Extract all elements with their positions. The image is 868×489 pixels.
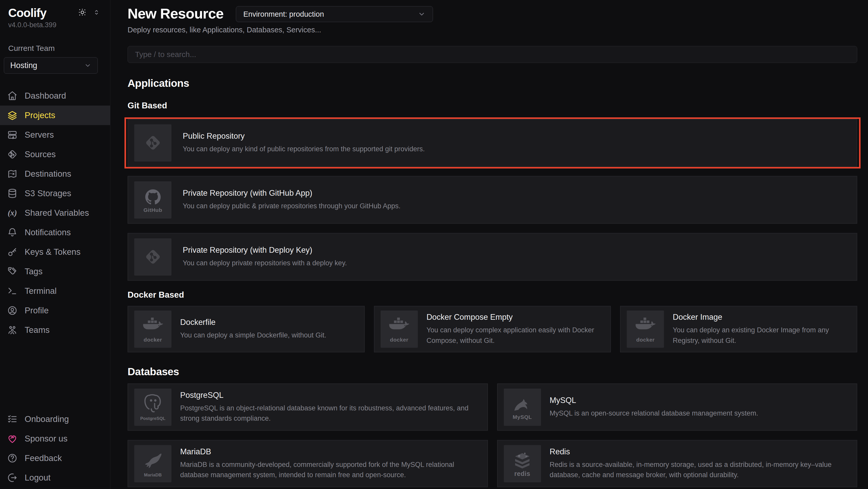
card-title: Private Repository (with Deploy Key) (183, 246, 347, 255)
sidebar-item-label: Sponsor us (25, 434, 67, 443)
environment-select[interactable]: Environment: production (236, 6, 433, 22)
sidebar-item-destinations[interactable]: Destinations (0, 164, 110, 184)
main-content: New Resource Environment: production Dep… (111, 0, 868, 489)
sidebar-item-label: Notifications (25, 228, 71, 237)
card-postgresql[interactable]: PostgreSQL PostgreSQL PostgreSQL is an o… (128, 383, 488, 431)
git-logo-icon (134, 124, 172, 162)
card-title: Private Repository (with GitHub App) (183, 189, 401, 198)
card-docker-image[interactable]: docker Docker Image You can deploy an ex… (620, 306, 857, 352)
postgresql-logo-icon: PostgreSQL (134, 389, 172, 426)
card-private-repository-deploy-key[interactable]: Private Repository (with Deploy Key) You… (128, 233, 857, 281)
sidebar-item-label: Destinations (25, 169, 71, 179)
card-mysql[interactable]: MySQL MySQL MySQL is an open-source rela… (497, 383, 858, 431)
team-select[interactable]: Hosting (4, 57, 98, 74)
card-docker-compose-empty[interactable]: docker Docker Compose Empty You can depl… (374, 306, 611, 352)
mysql-logo-icon: MySQL (504, 389, 541, 426)
checklist-icon (7, 414, 18, 424)
sidebar-item-label: Logout (25, 473, 51, 483)
card-description: PostgreSQL is an object-relational datab… (180, 403, 481, 424)
sidebar-item-logout[interactable]: Logout (0, 468, 110, 487)
card-mariadb[interactable]: MariaDB MariaDB MariaDB is a community-d… (128, 440, 488, 487)
sidebar-item-label: Tags (25, 266, 42, 276)
redis-logo-text: redis (514, 470, 530, 477)
sidebar-item-label: S3 Storages (25, 189, 71, 198)
card-title: PostgreSQL (180, 391, 481, 400)
docker-logo-icon: docker (381, 311, 418, 348)
docker-logo-text: docker (144, 337, 162, 343)
card-description: You can deploy any kind of public reposi… (183, 144, 425, 154)
card-title: MariaDB (180, 447, 481, 456)
databases-heading: Databases (128, 366, 857, 378)
key-icon (7, 247, 18, 257)
card-dockerfile[interactable]: docker Dockerfile You can deploy a simpl… (128, 306, 365, 352)
sidebar-item-label: Shared Variables (25, 208, 89, 218)
bell-icon (7, 227, 18, 237)
version-label: v4.0.0-beta.399 (8, 21, 110, 29)
card-description: You can deploy complex application easil… (427, 325, 604, 346)
variable-icon: (x) (7, 208, 18, 218)
mysql-logo-text: MySQL (513, 414, 532, 420)
sidebar-item-sources[interactable]: Sources (0, 145, 110, 164)
search-input[interactable] (128, 46, 857, 63)
tags-icon (7, 266, 18, 277)
sidebar-item-label: Projects (25, 110, 55, 120)
sidebar-item-label: Feedback (25, 453, 62, 463)
sidebar-item-label: Servers (25, 130, 54, 140)
docker-based-heading: Docker Based (128, 290, 857, 300)
page-title: New Resource (128, 6, 223, 22)
sidebar-item-label: Onboarding (25, 414, 69, 424)
sidebar-item-s3-storages[interactable]: S3 Storages (0, 184, 110, 203)
chevron-down-icon (418, 10, 426, 18)
sidebar-item-label: Keys & Tokens (25, 247, 81, 257)
terminal-icon (7, 286, 18, 296)
server-icon (7, 130, 18, 140)
app-logo: Coolify (8, 6, 46, 20)
user-circle-icon (7, 305, 18, 316)
sidebar-item-projects[interactable]: Projects (0, 106, 110, 125)
sidebar-item-shared-variables[interactable]: (x) Shared Variables (0, 203, 110, 223)
card-title: MySQL (550, 396, 758, 405)
card-public-repository[interactable]: Public Repository You can deploy any kin… (128, 119, 857, 167)
card-redis[interactable]: redis Redis Redis is a source-available,… (497, 440, 858, 487)
sidebar-item-servers[interactable]: Servers (0, 125, 110, 145)
heart-hands-icon (7, 434, 18, 444)
redis-logo-icon: redis (504, 445, 541, 482)
card-description: You can deploy an existing Docker Image … (673, 325, 850, 346)
environment-select-value: Environment: production (243, 10, 324, 19)
card-description: You can deploy private repositories with… (183, 258, 347, 268)
card-title: Public Repository (183, 132, 425, 141)
docker-logo-text: docker (636, 337, 655, 343)
sidebar-item-label: Dashboard (25, 91, 66, 101)
map-icon (7, 169, 18, 179)
main-nav: Dashboard Projects Servers Sources Desti… (0, 86, 110, 340)
sidebar-item-notifications[interactable]: Notifications (0, 223, 110, 242)
sidebar-item-dashboard[interactable]: Dashboard (0, 86, 110, 106)
github-logo-text: GitHub (144, 207, 162, 213)
sidebar-item-label: Terminal (25, 286, 57, 296)
database-icon (7, 188, 18, 199)
sidebar-item-onboarding[interactable]: Onboarding (0, 409, 110, 429)
git-icon (7, 149, 18, 160)
sidebar: Coolify v4.0.0-beta.399 Current Team Hos… (0, 0, 111, 489)
sidebar-item-tags[interactable]: Tags (0, 262, 110, 281)
sidebar-item-label: Teams (25, 325, 50, 335)
git-based-heading: Git Based (128, 101, 857, 110)
git-logo-icon (134, 238, 172, 276)
docker-logo-icon: docker (627, 311, 664, 348)
postgresql-logo-text: PostgreSQL (140, 415, 165, 422)
sidebar-item-terminal[interactable]: Terminal (0, 281, 110, 301)
chevrons-up-down-icon[interactable] (93, 9, 100, 16)
sidebar-item-teams[interactable]: Teams (0, 320, 110, 340)
sidebar-item-feedback[interactable]: Feedback (0, 449, 110, 468)
sidebar-item-sponsor-us[interactable]: Sponsor us (0, 429, 110, 449)
theme-toggle-sun-icon[interactable] (78, 8, 87, 17)
layers-icon (7, 110, 18, 120)
help-circle-icon (7, 453, 18, 463)
mariadb-logo-icon: MariaDB (134, 445, 172, 482)
sidebar-item-profile[interactable]: Profile (0, 301, 110, 320)
card-private-repository-github-app[interactable]: GitHub Private Repository (with GitHub A… (128, 176, 857, 224)
card-title: Dockerfile (180, 318, 326, 327)
applications-heading: Applications (128, 77, 857, 89)
sidebar-item-keys-tokens[interactable]: Keys & Tokens (0, 242, 110, 262)
team-select-value: Hosting (10, 61, 37, 70)
